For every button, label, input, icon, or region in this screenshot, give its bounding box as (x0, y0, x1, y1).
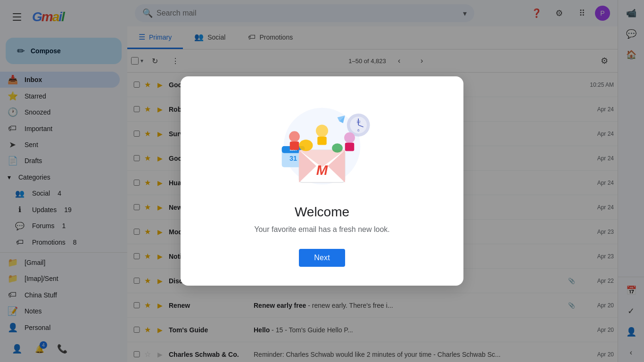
svg-point-20 (289, 131, 300, 142)
svg-rect-23 (317, 137, 327, 145)
svg-text:31: 31 (289, 155, 297, 162)
svg-rect-21 (290, 141, 299, 150)
svg-point-18 (299, 140, 313, 151)
modal-overlay[interactable]: 12 6 MAR 31 M (0, 0, 644, 362)
svg-point-22 (316, 125, 328, 137)
svg-text:6: 6 (357, 128, 360, 132)
next-button[interactable]: Next (299, 249, 345, 267)
welcome-modal: 12 6 MAR 31 M (181, 76, 463, 286)
modal-subtitle: Your favorite email has a fresh new look… (254, 225, 390, 234)
svg-text:M: M (316, 163, 328, 178)
svg-rect-25 (345, 143, 355, 151)
svg-point-24 (344, 132, 355, 143)
modal-title: Welcome (295, 205, 349, 220)
welcome-illustration: 12 6 MAR 31 M (261, 99, 383, 193)
svg-point-19 (332, 143, 343, 153)
